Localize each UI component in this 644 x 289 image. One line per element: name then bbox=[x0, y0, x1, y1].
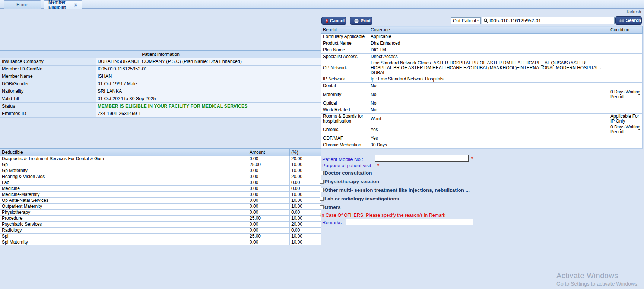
eligibility-status: MEMBER IS ELIGIBLE IN YOUR FACILITY FOR … bbox=[96, 103, 321, 110]
deductible-amount-cell: 0.00 bbox=[248, 186, 290, 192]
patient-row-status: Status MEMBER IS ELIGIBLE IN YOUR FACILI… bbox=[0, 103, 321, 110]
field-value: SRI LANKA bbox=[96, 88, 321, 95]
patient-row-dob-gender: DOB/Gender 01 Oct 1991 / Male bbox=[0, 80, 321, 88]
tab-home-label: Home bbox=[16, 2, 28, 7]
deductible-name-cell: Medicine bbox=[0, 186, 248, 192]
condition-value-cell: 0 Days Waiting Period bbox=[609, 89, 643, 100]
deductible-percent-cell: 0.00 bbox=[290, 186, 321, 192]
purpose-option-row: Doctor consultation bbox=[320, 169, 528, 177]
benefit-row: Rooms & Boards for hospitalisation Ward … bbox=[321, 114, 643, 124]
condition-value-cell bbox=[609, 60, 643, 76]
deductible-row: Procedure 25.00 10.00 bbox=[0, 216, 321, 222]
field-label: Insurance Company bbox=[0, 58, 96, 66]
search-button[interactable]: Search bbox=[615, 16, 642, 25]
deductible-name-cell: Spl bbox=[0, 234, 248, 239]
patient-type-value: Out Patient bbox=[453, 18, 476, 23]
patient-type-select[interactable]: Out Patient ▼ bbox=[451, 17, 481, 24]
deductible-percent-cell: 10.00 bbox=[290, 198, 321, 204]
benefit-coverage-table: Benefit Coverage Condition Formulary App… bbox=[321, 26, 643, 149]
patient-mobile-input[interactable] bbox=[375, 155, 469, 162]
deductible-percent-cell: 0.00 bbox=[290, 228, 321, 234]
purpose-required-marker: * bbox=[377, 163, 379, 168]
deductible-row: Gp Maternity 0.00 10.00 bbox=[0, 168, 321, 174]
checkbox-unchecked-icon[interactable] bbox=[320, 180, 324, 184]
deductible-percent-cell: 10.00 bbox=[290, 192, 321, 198]
condition-value-cell bbox=[609, 34, 643, 40]
deductible-row: Medicine-Maternity 0.00 10.00 bbox=[0, 192, 321, 198]
search-input[interactable] bbox=[489, 18, 613, 23]
benefit-name-cell: Rooms & Boards for hospitalisation bbox=[321, 114, 369, 124]
deductible-percent-cell: 20.00 bbox=[290, 222, 321, 228]
checkbox-unchecked-icon[interactable] bbox=[320, 188, 324, 192]
benefit-row: GDF/MAF Yes bbox=[321, 135, 643, 142]
deductible-amount-cell: 25.00 bbox=[248, 234, 290, 239]
deductible-amount-cell: 0.00 bbox=[248, 239, 290, 245]
benefit-name-cell: Chronic bbox=[321, 124, 369, 135]
condition-value-cell bbox=[609, 142, 643, 149]
print-button-label: Print bbox=[361, 18, 371, 23]
amount-column-header: Amount bbox=[248, 149, 290, 156]
others-instruction-note: In Case Of OTHERS, Please specify the re… bbox=[320, 213, 445, 218]
deductible-name-cell: Radiology bbox=[0, 228, 248, 234]
purpose-option-row: Others bbox=[320, 203, 528, 212]
benefit-name-cell: Chronic Medication bbox=[321, 142, 369, 149]
deductible-name-cell: Spl Maternity bbox=[0, 239, 248, 245]
benefit-row: IP Network Ip : Fmc Standard Network Hos… bbox=[321, 76, 643, 83]
coverage-value-cell: No bbox=[369, 89, 609, 100]
deductible-table: Deductible Amount (%) Diagnostic & Treat… bbox=[0, 148, 321, 245]
purpose-option-row: Physiotherapy session bbox=[320, 177, 528, 186]
benefit-name-cell: GDF/MAF bbox=[321, 135, 369, 142]
field-value: I005-010-116125952-01 bbox=[96, 66, 321, 73]
coverage-value-cell: Direct Access bbox=[369, 54, 609, 60]
cancel-button[interactable]: × Cancel bbox=[321, 17, 346, 25]
mobile-required-marker: * bbox=[471, 156, 473, 161]
field-value: 784-1991-2631469-1 bbox=[96, 110, 321, 118]
tab-home[interactable]: Home bbox=[4, 0, 41, 9]
patient-row-nationality: Nationality SRI LANKA bbox=[0, 88, 321, 95]
patient-information-title: Patient Information bbox=[0, 51, 321, 58]
benefit-name-cell: Specialist Access bbox=[321, 54, 369, 60]
purpose-of-visit-label: Purpose of patient visit bbox=[322, 163, 371, 168]
tab-close-icon[interactable]: × bbox=[74, 3, 77, 7]
condition-value-cell bbox=[609, 100, 643, 107]
condition-value-cell bbox=[609, 76, 643, 83]
deductible-percent-cell: 10.00 bbox=[290, 162, 321, 168]
benefit-row: Chronic Medication 30 Days bbox=[321, 142, 643, 149]
condition-value-cell bbox=[609, 40, 643, 47]
field-label: DOB/Gender bbox=[0, 80, 96, 88]
deductible-percent-cell: 0.00 bbox=[290, 210, 321, 216]
purpose-options-list: Doctor consultation Physiotherapy sessio… bbox=[320, 169, 528, 212]
condition-value-cell bbox=[609, 107, 643, 114]
benefit-row: Dental No bbox=[321, 83, 643, 89]
checkbox-unchecked-icon[interactable] bbox=[320, 171, 324, 175]
coverage-value-cell: Dha Enhanced bbox=[369, 40, 609, 47]
checkbox-unchecked-icon[interactable] bbox=[320, 197, 324, 201]
purpose-option-label: Other multi- session treatment like inje… bbox=[324, 187, 470, 193]
deductible-amount-cell: 0.00 bbox=[248, 174, 290, 180]
deductible-column-header: Deductible bbox=[0, 149, 248, 156]
deductible-row: Diagnostic & Treatment Services For Dent… bbox=[0, 156, 321, 162]
purpose-option-label: Physiotherapy session bbox=[324, 179, 379, 184]
deductible-name-cell: Physiotherapy bbox=[0, 210, 248, 216]
print-button[interactable]: Print bbox=[350, 17, 372, 25]
benefit-row: Specialist Access Direct Access bbox=[321, 54, 643, 60]
benefit-name-cell: Plan Name bbox=[321, 47, 369, 54]
remarks-input[interactable] bbox=[346, 219, 473, 225]
refresh-link[interactable]: Refresh bbox=[626, 9, 641, 14]
patient-mobile-label: Patient Mobile No : bbox=[322, 156, 363, 162]
checkbox-unchecked-icon[interactable] bbox=[320, 205, 324, 209]
deductible-row: Physiotherapy 0.00 0.00 bbox=[0, 210, 321, 216]
benefit-name-cell: Optical bbox=[321, 100, 369, 107]
deductible-percent-cell: 20.00 bbox=[290, 174, 321, 180]
deductible-percent-cell: 10.00 bbox=[290, 204, 321, 210]
percent-column-header: (%) bbox=[290, 149, 321, 156]
refresh-bar: Refresh bbox=[0, 9, 644, 15]
tab-member-eligibility[interactable]: Member Eligibilit × bbox=[44, 0, 82, 9]
condition-column-header: Condition bbox=[609, 26, 643, 34]
purpose-option-row: Other multi- session treatment like inje… bbox=[320, 186, 528, 194]
purpose-option-label: Lab or radiology investigations bbox=[324, 196, 399, 201]
patient-row-member-id: Member ID-CardNo I005-010-116125952-01 bbox=[0, 66, 321, 73]
deductible-name-cell: Gp Maternity bbox=[0, 168, 248, 174]
benefit-name-cell: Maternity bbox=[321, 89, 369, 100]
coverage-value-cell: Ward bbox=[369, 114, 609, 124]
